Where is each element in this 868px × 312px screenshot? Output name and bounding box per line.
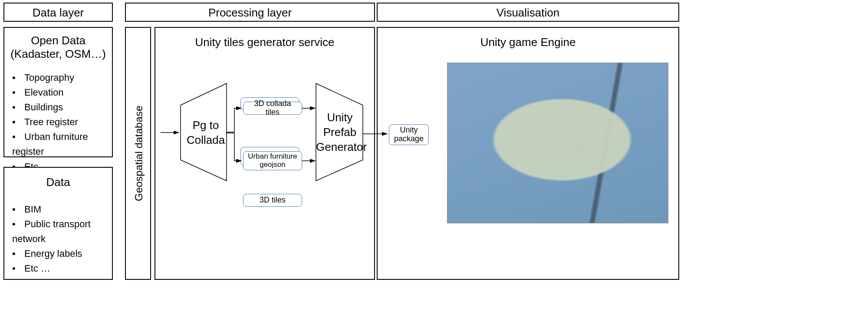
tiles-3d-label: 3D tiles xyxy=(260,196,286,205)
urban-furniture-pill: Urban furniture geojson xyxy=(243,151,302,170)
header-processing-layer: Processing layer xyxy=(125,3,375,22)
open-data-item: Urban furniture register xyxy=(12,129,112,159)
data-item: Public transport network xyxy=(12,217,112,246)
open-data-item: Tree register xyxy=(12,115,112,129)
open-data-title-2: (Kadaster, OSM…) xyxy=(4,47,112,61)
open-data-item: Topography xyxy=(12,70,112,85)
open-data-item: Elevation xyxy=(12,85,112,100)
visualisation-box: Unity game Engine xyxy=(377,27,679,280)
map-render-image xyxy=(447,63,668,223)
header-data-layer: Data layer xyxy=(3,3,113,22)
unity-package-pill: Unity package xyxy=(389,124,429,145)
tiles-3d-pill: 3D tiles xyxy=(243,194,302,207)
unity-engine-title: Unity game Engine xyxy=(378,36,678,49)
unity-package-label: Unity package xyxy=(394,126,424,143)
urban-furniture-label: Urban furniture geojson xyxy=(248,153,297,169)
open-data-list: Topography Elevation Buildings Tree regi… xyxy=(4,70,112,174)
pg-to-collada-label: Pg to Collada xyxy=(187,118,225,148)
header-visualisation: Visualisation xyxy=(377,3,679,22)
open-data-box: Open Data (Kadaster, OSM…) Topography El… xyxy=(3,27,113,157)
unity-prefab-label: Unity Prefab Generator xyxy=(316,110,364,154)
data-box-title: Data xyxy=(4,176,112,189)
geospatial-db-box: Geospatial database xyxy=(125,27,151,280)
header-visualisation-label: Visualisation xyxy=(378,3,678,20)
collada-tiles-label: 3D collada tiles xyxy=(247,100,298,117)
unity-tiles-service-title: Unity tiles generator service xyxy=(155,36,374,49)
data-box: Data BIM Public transport network Energy… xyxy=(3,167,113,280)
data-item: BIM xyxy=(12,202,112,217)
data-list: BIM Public transport network Energy labe… xyxy=(4,202,112,276)
header-processing-layer-label: Processing layer xyxy=(126,3,374,20)
open-data-item: Buildings xyxy=(12,100,112,115)
header-data-layer-label: Data layer xyxy=(4,3,112,20)
open-data-title-1: Open Data xyxy=(4,34,112,47)
data-item: Etc … xyxy=(12,261,112,276)
data-item: Energy labels xyxy=(12,246,112,261)
diagram-root: Data layer Processing layer Visualisatio… xyxy=(0,0,868,312)
collada-tiles-pill: 3D collada tiles xyxy=(243,102,302,115)
geospatial-db-label: Geospatial database xyxy=(133,110,145,201)
